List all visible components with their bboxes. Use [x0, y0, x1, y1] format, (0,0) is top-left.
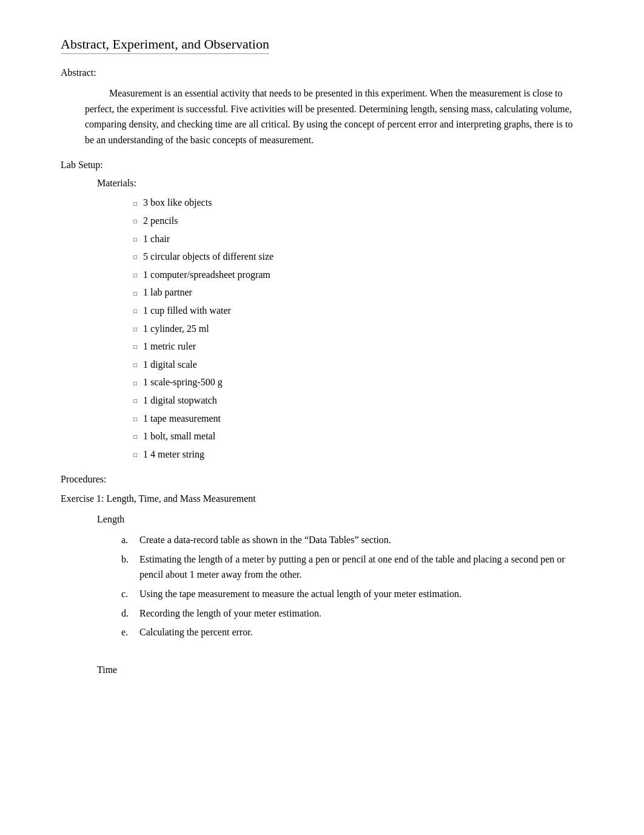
list-item: b.Estimating the length of a meter by pu… [121, 552, 583, 583]
list-item: 1 digital stopwatch [133, 393, 583, 408]
list-item: e.Calculating the percent error. [121, 624, 583, 640]
procedures-label: Procedures: [61, 474, 583, 485]
page-title: Abstract, Experiment, and Observation [61, 36, 269, 54]
list-item: 1 bolt, small metal [133, 428, 583, 444]
time-section: Time [97, 664, 583, 675]
abstract-text: Measurement is an essential activity tha… [85, 86, 583, 147]
list-item: 5 circular objects of different size [133, 249, 583, 265]
list-item: d.Recording the length of your meter est… [121, 606, 583, 621]
step-text: Create a data-record table as shown in t… [139, 532, 583, 548]
exercise1-title: Exercise 1: Length, Time, and Mass Measu… [61, 493, 583, 504]
step-letter: d. [121, 606, 139, 621]
length-steps-list: a.Create a data-record table as shown in… [121, 532, 583, 640]
list-item: 1 metric ruler [133, 339, 583, 354]
list-item: 1 digital scale [133, 357, 583, 373]
list-item: 1 chair [133, 231, 583, 247]
list-item: a.Create a data-record table as shown in… [121, 532, 583, 548]
list-item: 1 cylinder, 25 ml [133, 321, 583, 337]
step-letter: b. [121, 552, 139, 567]
materials-label: Materials: [97, 178, 583, 189]
list-item: 1 tape measurement [133, 411, 583, 427]
page-container: Abstract, Experiment, and Observation Ab… [0, 0, 644, 712]
step-letter: c. [121, 586, 139, 602]
materials-list: 3 box like objects2 pencils1 chair5 circ… [133, 195, 583, 462]
list-item: 1 computer/spreadsheet program [133, 267, 583, 283]
length-label: Length [97, 514, 583, 525]
step-text: Using the tape measurement to measure th… [139, 586, 583, 602]
time-label: Time [97, 664, 583, 675]
list-item: 1 cup filled with water [133, 303, 583, 319]
list-item: 2 pencils [133, 213, 583, 229]
step-text: Estimating the length of a meter by putt… [139, 552, 583, 583]
step-letter: e. [121, 624, 139, 640]
list-item: 3 box like objects [133, 195, 583, 211]
list-item: 1 4 meter string [133, 447, 583, 462]
step-text: Calculating the percent error. [139, 624, 583, 640]
list-item: 1 lab partner [133, 285, 583, 300]
list-item: 1 scale-spring-500 g [133, 374, 583, 390]
abstract-label: Abstract: [61, 67, 583, 78]
lab-setup-label: Lab Setup: [61, 160, 583, 171]
step-text: Recording the length of your meter estim… [139, 606, 583, 621]
step-letter: a. [121, 532, 139, 548]
list-item: c.Using the tape measurement to measure … [121, 586, 583, 602]
